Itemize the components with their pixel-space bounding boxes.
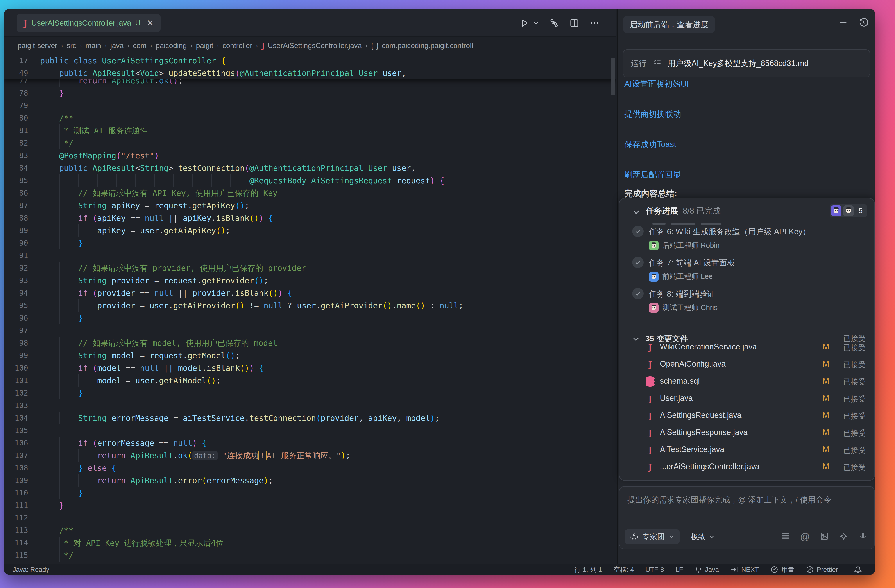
code-line[interactable]: 96 } [4,312,616,324]
notifications-button[interactable] [853,565,863,575]
code-line[interactable]: 108 } else { [4,462,616,474]
code-editor[interactable]: 77 return ApiResult.ok();78 }7980 /**81 … [4,55,616,564]
status-item-utf-8[interactable]: UTF-8 [645,566,664,573]
file-row[interactable]: JAiSettingsRequest.javaM已接受 [619,407,874,424]
breadcrumb-item[interactable]: paicoding [156,41,187,50]
chat-input-box[interactable]: 提出你的需求专家团帮你完成，@ 添加上下文，/ 使用命令 专家团 极致 [619,486,875,549]
code-line[interactable]: 110 } [4,487,616,499]
status-item-lf[interactable]: LF [675,566,683,573]
code-line[interactable]: 87 String apiKey = request.getApiKey(); [4,199,616,212]
new-session-button[interactable] [838,18,848,29]
status-item-prettier[interactable]: Prettier [806,565,838,574]
code-line[interactable]: 105 [4,424,616,437]
code-line[interactable]: 82 */ [4,137,616,149]
code-line[interactable]: 85 @RequestBody AiSettingsRequest reques… [4,174,616,187]
voice-input-button[interactable] [858,532,868,542]
code-line[interactable]: 17public class UserAiSettingsController … [4,55,616,67]
split-editor-button[interactable] [569,18,579,28]
breadcrumb-item[interactable]: src [67,41,76,50]
code-line[interactable]: 97 [4,324,616,337]
code-line[interactable]: 104 String errorMessage = aiTestService.… [4,412,616,424]
code-line[interactable]: 88 if (apiKey == null || apiKey.isBlank(… [4,212,616,224]
code-line[interactable]: 116 private String maskApiKey(String api… [4,562,616,564]
status-item--[interactable]: 用量 [770,565,794,574]
breadcrumb-item[interactable]: main [86,41,102,50]
code-line[interactable]: 92 // 如果请求中没有 provider, 使用用户已保存的 provide… [4,262,616,274]
code-line[interactable]: 78 } [4,87,616,99]
code-line[interactable]: 81 * 测试 AI 服务连通性 [4,124,616,137]
file-row[interactable]: JWikiGenerationService.javaM已接受 [619,339,874,356]
enhance-button[interactable] [839,532,848,542]
breadcrumb[interactable]: paigit-server›src›main›java›com›paicodin… [4,37,616,55]
code-line[interactable]: 106 if (errorMessage == null) { [4,437,616,449]
code-line[interactable]: 101 model = user.getAiModel(); [4,374,616,387]
code-line[interactable]: 113 /** [4,524,616,537]
tab-userai-settings-controller[interactable]: J UserAiSettingsController.java U ✕ [17,14,161,32]
result-link[interactable]: AI设置面板初始UI [624,79,689,89]
code-line[interactable]: 103 [4,399,616,412]
history-button[interactable] [859,18,869,29]
mode-selector[interactable]: 极致 [690,529,715,544]
task-title[interactable]: 任务 8: 端到端验证 [649,289,715,300]
code-line[interactable]: 114 * 对 API Key 进行脱敏处理，只显示后4位 [4,537,616,549]
file-row[interactable]: JOpenAiConfig.javaM已接受 [619,356,874,373]
changed-files-header[interactable]: 35 变更文件 已接受 [619,329,874,334]
agent-badges[interactable]: 5 [830,204,867,217]
compare-changes-button[interactable] [549,18,560,28]
code-line[interactable]: 98 // 如果请求中没有 model, 使用用户已保存的 model [4,337,616,349]
code-line[interactable]: 102 } [4,387,616,399]
result-link[interactable]: 保存成功Toast [624,139,689,150]
status-item--1-1[interactable]: 行 1, 列 1 [574,565,602,574]
status-item-next[interactable]: NEXT [730,565,759,574]
code-line[interactable]: 84 public ApiResult<String> testConnecti… [4,162,616,174]
code-line[interactable]: 90 } [4,237,616,249]
collapse-tasks-icon[interactable] [632,208,640,217]
result-link[interactable]: 刷新后配置回显 [624,169,689,180]
editor-scrollbar[interactable] [611,58,614,95]
code-line[interactable]: 89 apiKey = user.getAiApiKey(); [4,224,616,237]
code-line[interactable]: 107 return ApiResult.ok(data: "连接成功！AI 服… [4,449,616,462]
code-line[interactable]: 80 /** [4,112,616,124]
status-item--4[interactable]: 空格: 4 [614,565,634,574]
breadcrumb-item[interactable]: controller [223,41,252,50]
code-line[interactable]: 49 public ApiResult<Void> updateSettings… [4,67,616,79]
code-line[interactable]: 109 return ApiResult.error(errorMessage)… [4,474,616,487]
code-line[interactable]: 115 */ [4,549,616,562]
code-line[interactable]: 91 [4,249,616,262]
assistant-session-tab[interactable]: 启动前后端，查看进度 [623,16,715,33]
code-line[interactable]: 79 [4,99,616,112]
breadcrumb-item[interactable]: com [133,41,147,50]
file-row[interactable]: JAiTestService.javaM已接受 [619,441,874,458]
run-plan-card[interactable]: 运行 用户级AI_Key多模型支持_8568cd31.md [623,49,870,77]
code-line[interactable]: 111 } [4,499,616,512]
breadcrumb-item[interactable]: UserAiSettingsController.java [268,41,362,50]
breadcrumb-item[interactable]: paigit [196,41,213,50]
attach-image-button[interactable] [819,532,829,542]
run-button[interactable] [519,18,539,28]
code-line[interactable]: 99 String model = request.getModel(); [4,349,616,362]
breadcrumb-item[interactable]: com.paicoding.paigit.controll [382,41,473,50]
mention-button[interactable]: @ [800,532,810,541]
file-row[interactable]: JUser.javaM已接受 [619,390,874,407]
queue-list-button[interactable] [781,532,790,542]
code-line[interactable]: 112 [4,512,616,524]
task-title[interactable]: 任务 7: 前端 AI 设置面板 [649,258,735,268]
more-actions-button[interactable] [589,18,600,28]
code-line[interactable]: 83 @PostMapping("/test") [4,149,616,162]
breadcrumb-item[interactable]: java [110,41,124,50]
code-line[interactable]: 86 // 如果请求中没有 API Key, 使用用户已保存的 Key [4,187,616,199]
code-line[interactable]: 95 provider = user.getAiProvider() != nu… [4,299,616,312]
breadcrumb-item[interactable]: paigit-server [18,41,58,50]
task-title[interactable]: 任务 6: Wiki 生成服务改造（用户级 API Key） [649,226,810,237]
result-link[interactable]: 提供商切换联动 [624,109,689,120]
status-item-java[interactable]: Java [695,566,719,574]
code-line[interactable]: 100 if (model == null || model.isBlank()… [4,362,616,374]
language-status[interactable]: Java: Ready [13,564,49,575]
code-line[interactable]: 93 String provider = request.getProvider… [4,274,616,287]
code-line[interactable]: 94 if (provider == null || provider.isBl… [4,287,616,299]
team-selector[interactable]: 专家团 [625,529,680,544]
file-row[interactable]: schema.sqlM已接受 [619,373,874,390]
file-row[interactable]: J...erAiSettingsController.javaM已接受 [619,458,874,476]
close-tab-icon[interactable]: ✕ [147,18,154,28]
file-row[interactable]: JAiSettingsResponse.javaM已接受 [619,424,874,441]
